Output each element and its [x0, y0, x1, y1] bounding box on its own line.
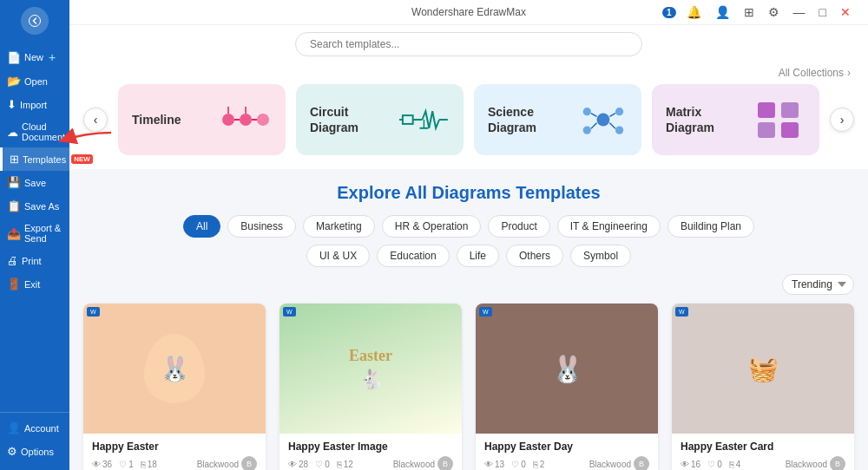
filter-building[interactable]: Building Plan — [667, 215, 754, 238]
template-grid: W 🐰 Happy Easter 👁 36 ♡ 1 ⎘ 18 Blackwood — [83, 304, 854, 470]
sidebar-item-cloud[interactable]: ☁ Cloud Documents — [0, 116, 69, 147]
templates-new-badge: NEW — [71, 154, 93, 164]
template-card-happy-easter-day[interactable]: W 🐰 Happy Easter Day 👁 13 ♡ 0 ⎘ 2 Blackw… — [476, 304, 658, 470]
template-info-4: Happy Easter Card 👁 16 ♡ 0 ⎘ 4 Blackwood… — [672, 434, 854, 470]
svg-rect-8 — [403, 115, 413, 124]
import-icon: ⬇ — [7, 98, 16, 111]
bell-button[interactable]: 🔔 — [683, 3, 705, 21]
filter-others[interactable]: Others — [506, 245, 563, 267]
svg-point-18 — [615, 126, 623, 134]
maximize-button[interactable]: □ — [816, 3, 830, 21]
templates-icon: ⊞ — [10, 153, 19, 166]
sidebar-item-saveas-label: Save As — [24, 201, 59, 212]
template-card-happy-easter-image[interactable]: W Easter 🐇 Happy Easter Image 👁 28 ♡ 0 ⎘… — [279, 304, 462, 470]
sidebar-item-templates[interactable]: ⊞ Templates NEW — [0, 147, 69, 171]
stat-copies-1: ⎘ 18 — [141, 460, 157, 469]
stat-views-2: 👁 28 — [288, 460, 308, 469]
grid-button[interactable]: ⊞ — [740, 3, 758, 21]
carousel-item-science[interactable]: Science Diagram — [474, 84, 641, 155]
template-thumb-1: W 🐰 — [83, 304, 266, 434]
section-title: Explore All Diagrams Templates — [83, 183, 854, 203]
minimize-button[interactable]: — — [790, 3, 809, 21]
template-stats-2: 👁 28 ♡ 0 ⎘ 12 — [288, 460, 353, 469]
collections-header[interactable]: All Collections › — [83, 67, 854, 79]
carousel-next-button[interactable]: › — [830, 108, 854, 132]
author-avatar-1: B — [241, 456, 257, 470]
sidebar-item-exit[interactable]: 🚪 Exit — [0, 272, 69, 296]
sidebar-item-import-label: Import — [20, 100, 47, 110]
sidebar-item-export-label: Export & Send — [24, 223, 62, 244]
top-bar: Wondershare EdrawMax 1 🔔 👤 ⊞ ⚙ — □ ✕ — [69, 0, 868, 25]
sidebar-item-export[interactable]: 📤 Export & Send — [0, 218, 69, 249]
carousel-container: ‹ Timeline — [83, 84, 854, 169]
template-card-happy-easter[interactable]: W 🐰 Happy Easter 👁 36 ♡ 1 ⎘ 18 Blackwood — [83, 304, 266, 470]
circuit-diagram-icon — [398, 98, 450, 141]
search-input[interactable] — [295, 32, 642, 56]
close-button[interactable]: ✕ — [837, 3, 854, 21]
account-icon: 👤 — [7, 421, 21, 434]
sidebar-item-account-label: Account — [24, 423, 59, 434]
sidebar-item-import[interactable]: ⬇ Import — [0, 93, 69, 116]
template-meta-1: 👁 36 ♡ 1 ⎘ 18 Blackwood B — [92, 456, 257, 470]
sort-select[interactable]: Trending Newest Popular — [782, 274, 854, 295]
filter-product[interactable]: Product — [488, 215, 549, 238]
options-icon: ⚙ — [7, 445, 17, 458]
carousel-prev-button[interactable]: ‹ — [83, 108, 108, 132]
chevron-left-icon: ‹ — [94, 113, 98, 127]
sidebar-item-new-label: New — [24, 52, 43, 62]
author-4: Blackwood B — [786, 456, 845, 470]
sidebar-item-print[interactable]: 🖨 Print — [0, 249, 69, 272]
filter-it[interactable]: IT & Engineering — [557, 215, 661, 238]
template-name-3: Happy Easter Day — [484, 441, 649, 453]
filter-marketing[interactable]: Marketing — [303, 215, 375, 238]
collections-arrow: › — [847, 67, 851, 79]
svg-point-0 — [30, 16, 41, 27]
carousel-item-matrix[interactable]: Matrix Diagram — [652, 84, 819, 155]
carousel-item-circuit[interactable]: Circuit Diagram — [296, 84, 464, 155]
stat-views-1: 👁 36 — [92, 460, 112, 469]
stat-views-3: 👁 13 — [484, 460, 504, 469]
stat-likes-1: ♡ 1 — [119, 460, 134, 469]
svg-point-15 — [583, 108, 591, 115]
template-card-happy-easter-card[interactable]: W 🧺 Happy Easter Card 👁 16 ♡ 0 ⎘ 4 Black… — [672, 304, 854, 470]
carousel-item-science-title: Science Diagram — [488, 104, 579, 135]
sidebar-item-save[interactable]: 💾 Save — [0, 171, 69, 194]
carousel-items: Timeline Circuit Diagram — [118, 84, 819, 155]
sidebar-item-open[interactable]: 📂 Open — [0, 69, 69, 93]
sidebar-item-new[interactable]: 📄 New + — [0, 45, 69, 69]
stat-likes-4: ♡ 0 — [707, 460, 722, 469]
stat-likes-2: ♡ 0 — [315, 460, 330, 469]
sidebar: 📄 New + 📂 Open ⬇ Import ☁ Cloud Document… — [0, 0, 69, 470]
new-plus-icon: + — [49, 50, 56, 64]
stat-copies-3: ⎘ 2 — [533, 460, 545, 469]
svg-point-16 — [615, 108, 623, 115]
watermark-4: W — [675, 307, 688, 317]
sidebar-item-options[interactable]: ⚙ Options — [0, 440, 69, 463]
back-button[interactable] — [21, 7, 49, 35]
notification-count-badge: 1 — [662, 7, 676, 18]
template-thumb-3: W 🐰 — [476, 304, 658, 434]
filter-all[interactable]: All — [183, 215, 220, 238]
svg-rect-25 — [758, 122, 775, 138]
svg-line-22 — [610, 123, 616, 129]
svg-point-17 — [583, 126, 591, 134]
sidebar-item-account[interactable]: 👤 Account — [0, 416, 69, 440]
stat-views-4: 👁 16 — [681, 460, 700, 469]
filter-education[interactable]: Education — [377, 245, 449, 267]
app-title: Wondershare EdrawMax — [411, 6, 526, 18]
template-stats-4: 👁 16 ♡ 0 ⎘ 4 — [681, 460, 740, 469]
filter-hr[interactable]: HR & Operation — [382, 215, 482, 238]
carousel-item-timeline[interactable]: Timeline — [118, 84, 286, 155]
carousel-item-timeline-title: Timeline — [132, 112, 181, 127]
filter-life[interactable]: Life — [457, 245, 499, 267]
sidebar-item-saveas[interactable]: 📋 Save As — [0, 194, 69, 218]
svg-point-2 — [240, 114, 252, 126]
sidebar-item-exit-label: Exit — [24, 279, 40, 290]
settings-button[interactable]: ⚙ — [765, 3, 783, 21]
user-button[interactable]: 👤 — [712, 3, 733, 21]
author-1: Blackwood B — [197, 456, 257, 470]
filter-symbol[interactable]: Symbol — [570, 245, 631, 267]
filter-uiux[interactable]: UI & UX — [306, 245, 370, 267]
filter-business[interactable]: Business — [227, 215, 296, 238]
carousel-item-circuit-title: Circuit Diagram — [310, 104, 398, 135]
